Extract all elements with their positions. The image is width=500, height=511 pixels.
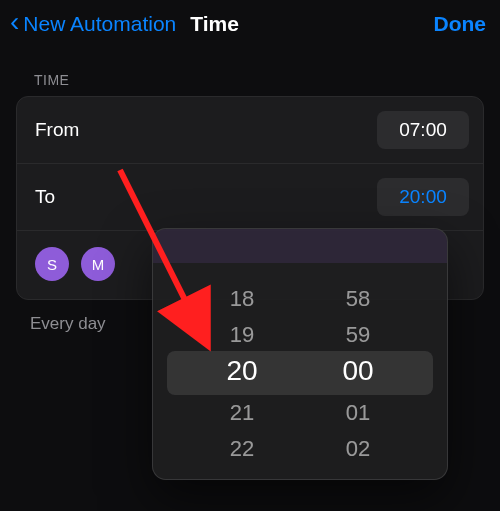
hour-option[interactable]: 18 [212, 281, 272, 317]
hour-option[interactable]: 21 [212, 395, 272, 431]
hour-option[interactable]: 22 [212, 431, 272, 467]
done-button[interactable]: Done [434, 12, 487, 36]
hour-option-selected[interactable]: 20 [212, 353, 272, 389]
minute-wheel[interactable]: 58 59 00 01 02 [328, 263, 388, 479]
selection-highlight [167, 351, 433, 395]
to-time-value[interactable]: 20:00 [377, 178, 469, 216]
time-picker-popover[interactable]: 18 19 20 21 22 58 59 00 01 02 [152, 228, 448, 480]
from-time-value[interactable]: 07:00 [377, 111, 469, 149]
to-row[interactable]: To 20:00 [17, 163, 483, 230]
to-label: To [35, 186, 55, 208]
section-header-time: TIME [0, 44, 500, 96]
page-title: Time [190, 12, 239, 36]
back-label: New Automation [23, 12, 176, 36]
from-label: From [35, 119, 79, 141]
picker-wheels: 18 19 20 21 22 58 59 00 01 02 [153, 263, 447, 479]
day-toggle-m[interactable]: M [81, 247, 115, 281]
minute-option[interactable]: 58 [328, 281, 388, 317]
from-row[interactable]: From 07:00 [17, 97, 483, 163]
chevron-left-icon: ‹ [10, 8, 19, 36]
minute-option-selected[interactable]: 00 [328, 353, 388, 389]
day-toggle-s[interactable]: S [35, 247, 69, 281]
automation-time-screen: ‹ New Automation Time Done TIME From 07:… [0, 0, 500, 511]
hour-wheel[interactable]: 18 19 20 21 22 [212, 263, 272, 479]
picker-header [153, 229, 447, 263]
hour-option[interactable]: 19 [212, 317, 272, 353]
minute-option[interactable]: 02 [328, 431, 388, 467]
minute-option[interactable]: 01 [328, 395, 388, 431]
navigation-bar: ‹ New Automation Time Done [0, 0, 500, 44]
minute-option[interactable]: 59 [328, 317, 388, 353]
back-button[interactable]: ‹ New Automation [10, 10, 182, 38]
